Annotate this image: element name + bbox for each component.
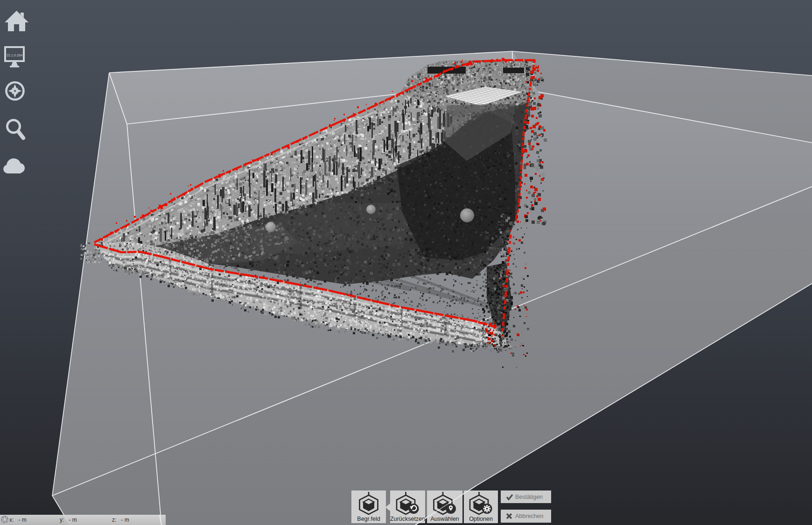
svg-text:z: - m: z: - m	[112, 517, 129, 523]
svg-text:Auswählen: Auswählen	[430, 516, 459, 522]
svg-text:Zurücksetzen: Zurücksetzen	[390, 516, 425, 522]
svg-text:Optionen: Optionen	[469, 516, 493, 522]
svg-text:Begr.feld: Begr.feld	[357, 516, 380, 522]
svg-text:y: - m: y: - m	[60, 517, 77, 523]
svg-text:x: - m: x: - m	[9, 517, 27, 523]
svg-text:Abbrechen: Abbrechen	[515, 513, 544, 519]
svg-text:22.1.0.264: 22.1.0.264	[7, 53, 22, 57]
svg-text:Bestätigen: Bestätigen	[515, 494, 543, 500]
